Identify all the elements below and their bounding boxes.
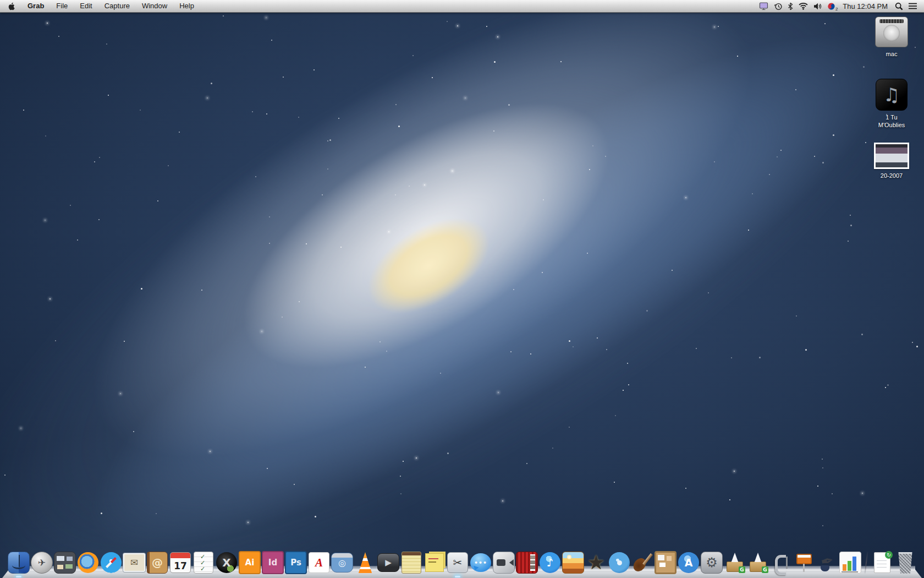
dock-icon-mail[interactable]: ✉ [123,552,145,574]
firefox-icon [78,552,98,573]
menu-bar-status-area: 2 Thu 12:04 PM [759,2,924,10]
vlc-cone-icon [356,552,374,573]
dropstuff-box-icon: G [747,552,768,573]
dock-icon-facetime[interactable] [493,552,515,574]
dock-icon-garageband[interactable] [631,552,653,574]
volume-icon[interactable] [813,3,822,10]
dock-icon-itunes[interactable]: ♪ [539,552,561,574]
dock-icon-firefox[interactable] [77,552,99,574]
menu-help[interactable]: Help [173,0,200,12]
dock-separator-line [865,552,868,574]
hard-drive-icon [875,17,908,47]
music-note-icon: ♫ [883,84,900,106]
desktop-icon-mac[interactable]: mac [865,17,918,58]
desktop-icon-screenshot[interactable]: 20-2007 [865,143,918,179]
stuffit-expander-box-icon: G [724,552,745,573]
menu-grab[interactable]: Grab [21,0,50,12]
dock-icon-launchpad[interactable]: ✈ [31,552,53,574]
imovie-star-icon: ★ [587,552,605,573]
dock-icon-pages[interactable]: ✒ [816,552,838,574]
notification-center-icon[interactable] [908,3,917,9]
input-source-menu[interactable]: 2 [827,2,835,10]
time-machine-icon[interactable] [774,2,783,10]
dock-icon-stickies[interactable] [424,552,446,574]
bluetooth-icon[interactable] [788,2,793,10]
dock-icon-trash[interactable] [894,552,916,574]
dock-icon-reminders[interactable]: ✓✓✓ [193,552,215,574]
menu-bar: Grab File Edit Capture Window Help [0,0,924,13]
dock-icon-dropstuff[interactable]: G [747,552,769,574]
idvd-disc-icon [609,552,630,573]
running-indicator [455,576,460,577]
dock-icons-row: ✈ ✉ @ 17 ✓✓✓ X Ai Id Ps A ◎ ▶ ✂ ••• ♪ ★ [0,552,924,574]
dock-icon-calendar[interactable]: 17 [169,552,191,574]
input-source-badge: 2 [835,7,838,12]
video-player-icon: ▶ [377,553,399,572]
apple-menu[interactable] [0,2,21,10]
iphoto-sunset-icon [562,552,584,574]
dock-icon-document[interactable]: ↻ [871,552,893,574]
acrobat-icon: A [309,552,329,573]
menu-edit[interactable]: Edit [74,0,98,12]
menu-capture[interactable]: Capture [98,0,136,12]
launchpad-rocket-icon: ✈ [31,552,53,574]
calendar-icon: 17 [170,552,191,573]
display-icon[interactable] [759,2,769,10]
finder-icon [8,552,30,574]
mail-stamp-icon: ✉ [123,553,145,572]
x11-icon: X [216,552,237,573]
safari-compass-icon [101,552,122,573]
dock-icon-acrobat[interactable]: A [308,552,330,574]
indesign-icon: Id [262,551,284,574]
dock-icon-idvd[interactable] [608,552,630,574]
photoshop-icon: Ps [285,551,307,574]
photo-booth-curtain-icon [516,552,538,574]
dock-icon-photoshop[interactable]: Ps [285,552,307,574]
stickies-icon [425,553,444,572]
dock-icon-corkboard[interactable] [654,552,676,574]
dock-icon-imovie[interactable]: ★ [585,552,607,574]
dock-icon-safari[interactable] [100,552,122,574]
dock-icon-toast[interactable]: ◎ [331,552,353,574]
menu-window[interactable]: Window [136,0,173,12]
dock-icon-vlc[interactable] [354,552,376,574]
wifi-icon[interactable] [798,2,809,10]
dock-icon-system-preferences[interactable]: ⚙ [701,552,723,574]
dock-icon-notepad[interactable] [400,552,422,574]
dock-icon-video-player[interactable]: ▶ [377,552,399,574]
dock-icon-grab[interactable]: ✂ [447,552,469,574]
address-book-icon: @ [147,552,168,574]
numbers-chart-icon [839,552,861,574]
menu-file[interactable]: File [50,0,74,12]
gear-icon: ⚙ [701,552,723,574]
dock-icon-stuffit[interactable] [770,552,792,574]
dock-icon-keynote[interactable] [793,552,815,574]
dock-icon-app-store[interactable]: A [678,552,700,574]
desktop-icon-label: 1 Tu M'Oublies [865,113,918,129]
dock-icon-photo-booth[interactable] [516,552,538,574]
grab-scissors-icon: ✂ [447,552,468,573]
desktop-icon-label: 20-2007 [865,172,918,179]
garageband-guitar-icon [632,552,653,573]
dock-icon-mission-control[interactable] [54,552,76,574]
dock-separator [862,552,870,574]
dock-icon-contacts[interactable]: @ [146,552,168,574]
desktop-icon-label: mac [865,50,918,58]
dock-icon-x11[interactable]: X [216,552,238,574]
dock-icon-finder[interactable] [8,552,30,574]
facetime-camera-icon [493,552,515,574]
document-icon: ↻ [874,552,890,573]
dock-icon-stuffit-expander[interactable]: G [724,552,746,574]
spotlight-icon[interactable] [895,2,903,10]
dock-icon-illustrator[interactable]: Ai [239,552,261,574]
desktop-screen: Grab File Edit Capture Window Help [0,0,924,578]
dock-icon-iphoto[interactable] [562,552,584,574]
menu-clock[interactable]: Thu 12:04 PM [840,2,890,10]
desktop-icon-audio-file[interactable]: ♫ 1 Tu M'Oublies [865,79,918,129]
dock-icon-messages[interactable]: ••• [470,552,492,574]
running-indicator [16,576,21,577]
mission-control-icon [54,552,76,574]
dock-icon-indesign[interactable]: Id [262,552,284,574]
dock-icon-numbers[interactable] [839,552,861,574]
app-store-icon: A [678,552,699,573]
